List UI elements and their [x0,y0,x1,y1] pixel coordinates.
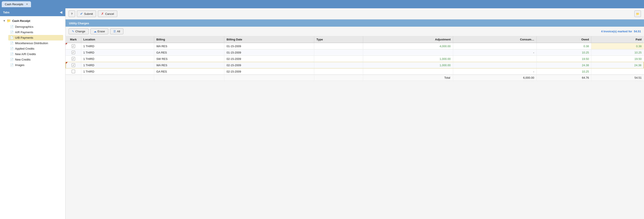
cell-mark[interactable]: ✓ [66,43,81,49]
checkbox-unchecked[interactable] [68,70,79,73]
cancel-button[interactable]: ✗ Cancel [98,11,117,17]
header-row: Mark Location Billing Billing Date Type … [66,36,644,43]
content-area: ? ✔ Submit ✗ Cancel 📁 Utility Charges ✎ … [66,8,644,219]
sidebar-header-label: Tabs [3,11,10,14]
cell-mark[interactable]: ✓ [66,56,81,62]
cell-billing: WA RES [154,43,224,49]
cell-type [314,56,363,62]
sidebar-item-label: U/B Payments [15,36,33,39]
sidebar-item-label: Images [15,63,24,67]
sidebar-items-list: 📄 Demographics 📄 A/R Payments 📄 U/B Paym… [2,24,63,68]
cell-consumption [453,56,536,62]
col-type: Type [314,36,363,43]
corner-mark [66,62,68,64]
cell-paid [591,68,644,75]
cell-paid: 0.38 [591,43,644,49]
cell-type [314,43,363,49]
sidebar-item-applied-credits[interactable]: 📄 Applied Credits [8,46,63,51]
tab-close-icon[interactable]: ✕ [26,3,28,6]
corner-mark [66,43,68,45]
sub-toolbar: ✎ Change ☁ Erase ☰ All 4 Invoice(s) mark… [66,27,644,36]
total-row: Total6,000.0064.7654.51 [66,75,644,81]
sidebar-item-new-ar-credits[interactable]: 📄 New A/R Credits [8,51,63,57]
section-header: Utility Charges [66,20,644,27]
sidebar-item-images[interactable]: 📄 Images [8,62,63,68]
submit-button[interactable]: ✔ Submit [77,11,96,17]
sidebar-item-ub-payments[interactable]: 📄 U/B Payments [8,35,63,41]
sidebar-group-cash-receipt[interactable]: ▼ 📁 Cash Receipt [2,18,63,24]
cell-owed: 24.38 [536,62,591,68]
cell-billing-date: 02-15-2009 [224,62,314,68]
table-row[interactable]: ✓1 THIRDSW RES02-15-20091,000.0019.5019.… [66,56,644,62]
sidebar-item-misc-distribution[interactable]: 📄 Miscellaneous Distribution [8,41,63,46]
help-button[interactable]: ? [68,11,75,17]
sidebar-item-ar-payments[interactable]: 📄 A/R Payments [8,30,63,35]
all-button[interactable]: ☰ All [110,29,124,34]
cell-paid: 19.50 [591,56,644,62]
data-table-wrapper: Mark Location Billing Billing Date Type … [66,36,644,81]
change-label: Change [75,30,86,33]
cell-mark[interactable]: ✓ [66,49,81,56]
checkbox-checked[interactable]: ✓ [68,57,79,61]
sidebar-item-new-credits[interactable]: 📄 New Credits [8,57,63,62]
group-expand-icon: ▼ [3,20,6,22]
doc-icon: 📄 [10,42,14,45]
erase-button[interactable]: ☁ Erase [90,29,108,34]
total-empty-0 [66,75,81,81]
doc-icon: 📄 [10,53,14,56]
sidebar-section: ▼ 📁 Cash Receipt 📄 Demographics 📄 A/R Pa… [0,16,65,69]
group-label: Cash Receipt [12,19,30,23]
col-paid: Paid [591,36,644,43]
cell-mark[interactable] [66,68,81,75]
table-body: ✓1 THIRDWA RES01-15-20094,000.000.380.38… [66,43,644,81]
checkbox-checked[interactable]: ✓ [68,63,79,67]
cell-location: 1 THIRD [81,49,154,56]
cell-type [314,62,363,68]
main-toolbar: ? ✔ Submit ✗ Cancel 📁 [66,8,644,20]
doc-icon: 📄 [10,36,14,39]
tab-label: Cash Receipts [5,3,23,6]
cell-owed: 10.25 [536,49,591,56]
cell-type [314,49,363,56]
invoice-count: 4 Invoice(s) marked for 54.51 [601,30,641,33]
cell-mark[interactable]: ✓ [66,62,81,68]
submit-label: Submit [84,12,93,16]
doc-icon: 📄 [10,58,14,61]
cell-owed: 0.38 [536,43,591,49]
cancel-icon: ✗ [101,12,104,16]
cell-adjustment: 4,000.00 [363,43,453,49]
list-icon: ☰ [113,30,116,33]
cell-location: 1 THIRD [81,62,154,68]
cell-adjustment [363,49,453,56]
table-row[interactable]: ✓1 THIRDWA RES01-15-20094,000.000.380.38 [66,43,644,49]
section-title: Utility Charges [69,22,89,25]
tab-cash-receipts[interactable]: Cash Receipts ✕ [2,1,31,7]
checkbox-checked[interactable]: ✓ [68,44,79,48]
cell-billing-date: 01-15-2009 [224,43,314,49]
total-label: Total [363,75,453,81]
total-adjustment: 6,000.00 [453,75,536,81]
table-row[interactable]: ✓1 THIRDWA RES02-15-20091,000.0024.3824.… [66,62,644,68]
folder-button[interactable]: 📁 [634,11,641,17]
sidebar-item-demographics[interactable]: 📄 Demographics [8,24,63,30]
cell-consumption [453,62,536,68]
cell-location: 1 THIRD [81,56,154,62]
total-owed: 64.76 [536,75,591,81]
pencil-icon: ✎ [72,30,74,33]
cell-consumption [453,43,536,49]
all-label: All [117,30,120,33]
table-row[interactable]: ✓1 THIRDGA RES01-15-2009-10.2510.25 [66,49,644,56]
doc-icon: 📄 [10,63,14,67]
cell-billing: WA RES [154,62,224,68]
col-adjustment: Adjustment [363,36,453,43]
checkbox-checked[interactable]: ✓ [68,51,79,54]
tab-bar: Cash Receipts ✕ [0,0,644,8]
sidebar-collapse-arrow[interactable]: ◀ [60,11,62,14]
total-empty-3 [224,75,314,81]
sidebar-header: Tabs ◀ [0,8,65,16]
table-row[interactable]: 1 THIRDGA RES02-15-2009-10.25 [66,68,644,75]
change-button[interactable]: ✎ Change [68,29,89,34]
doc-icon: 📄 [10,31,14,34]
cell-adjustment: 1,000.00 [363,62,453,68]
cell-billing: GA RES [154,68,224,75]
